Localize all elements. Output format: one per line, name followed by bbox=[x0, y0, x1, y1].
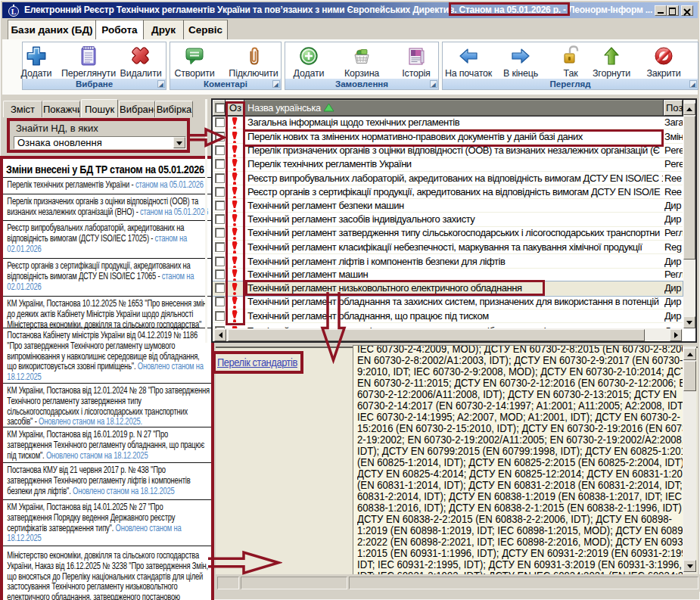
svg-text:L: L bbox=[11, 8, 17, 16]
